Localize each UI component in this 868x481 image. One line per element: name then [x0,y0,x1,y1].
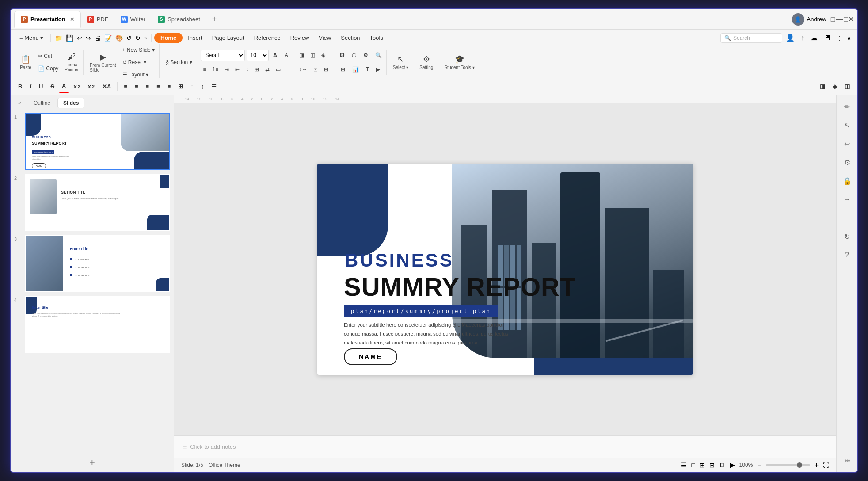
underline-button[interactable]: U [36,80,46,93]
setting-button[interactable]: ⚙ Setting [417,50,436,75]
redo-icon[interactable]: ↪ [84,34,92,42]
undo-icon[interactable]: ↩ [76,34,84,42]
cut-button[interactable]: ✂ Cut [35,50,61,62]
slide-thumb-img-4[interactable]: Enter title Enter your subtitle here con… [25,296,170,353]
menu-toggle[interactable]: ≡ Menu ▾ [15,33,48,43]
paste-button[interactable]: 📋 Paste [17,50,34,75]
spell-icon[interactable]: 📝 [103,34,113,42]
account-icon[interactable]: 👤 [783,34,797,42]
more-dots[interactable]: ••• [845,457,849,465]
tools-menu-item[interactable]: Tools [365,33,388,43]
slide-thumb-2[interactable]: 2 SETION TITL Enter your subtitle here c… [14,174,170,231]
align-button[interactable]: ⊟ [321,64,331,75]
font-color-button[interactable]: A [59,80,69,93]
view-present-button[interactable]: 🖥 [719,462,725,469]
slides-tab[interactable]: Slides [57,98,84,108]
tab-presentation[interactable]: P Presentation ✕ [14,11,81,28]
more-menu-icon[interactable]: ⋮ [834,34,844,42]
format-painter-button[interactable]: 🖌 FormatPainter [62,50,81,75]
copy-button[interactable]: 📄 Copy [35,63,61,74]
arrow-button[interactable]: → [839,191,855,207]
help-button[interactable]: ? [839,247,855,263]
reference-menu-item[interactable]: Reference [250,33,285,43]
bold-button[interactable]: B [15,80,25,93]
zoom-button[interactable]: 🔍 [373,50,385,61]
text-col-button[interactable]: ⊞ [175,80,186,93]
reset-button[interactable]: ↺ Reset ▾ [120,57,158,68]
notes-area[interactable]: ≡ Click to add notes [174,435,836,458]
multi-shape-button[interactable]: ◈ [830,80,840,93]
subscript-button[interactable]: x2 [85,80,98,93]
redo2-icon[interactable]: ↻ [134,34,142,42]
shape-fill-button[interactable]: ◨ [297,50,307,61]
chart-button[interactable]: 📊 [350,64,362,75]
media-button[interactable]: ▶ [373,64,383,75]
shape-effects-button[interactable]: ◈ [319,50,328,61]
slide-thumb-img-1[interactable]: BUSINESS SUMMRY REPORT plan/report/summr… [25,113,170,170]
save-icon[interactable]: 💾 [65,34,75,42]
cloud-icon[interactable]: ☁ [808,34,820,42]
columns-button[interactable]: ⊞ [252,64,262,75]
note-button[interactable]: □ [839,210,855,226]
select-tool-button[interactable]: ↖ [839,117,855,133]
slide-thumb-4[interactable]: 4 Enter title Enter your subtitle here c… [14,296,170,353]
slide-thumb-3[interactable]: 3 Enter title 01. Enter title 02. Enter … [14,235,170,292]
numbered-list-button[interactable]: 1≡ [210,64,221,75]
zoom-slider[interactable] [766,464,810,466]
section-menu-item[interactable]: Section [336,33,364,43]
line-height-button[interactable]: ↕ [187,80,197,93]
tab-spreadsheet[interactable]: S Spreadsheet [152,11,206,28]
align-center-button[interactable]: ≡ [132,80,141,93]
outline-tab[interactable]: Outline [28,98,56,108]
zoom-in-button[interactable]: + [815,461,819,469]
tab-writer[interactable]: W Writer [114,11,152,28]
add-slide-button[interactable]: + [11,453,174,472]
arrange-button[interactable]: ↕↔ [297,64,310,75]
textbox-button[interactable]: T [363,64,372,75]
new-slide-button[interactable]: + New Slide ▾ [120,44,158,56]
bullet-list-button[interactable]: ≡ [201,64,209,75]
collapse-panel-button[interactable]: « [14,98,25,108]
window-sidebar-button[interactable]: □ [831,15,835,23]
share-icon[interactable]: ↑ [798,34,807,42]
shape-insert-button[interactable]: ⬡ [349,50,359,61]
line-spacing-button[interactable]: ↕ [243,64,251,75]
table-insert-button[interactable]: ⊞ [338,64,348,75]
monitor-icon[interactable]: 🖥 [821,34,834,42]
slide-name-button[interactable]: NAME [344,348,397,365]
view-normal-button[interactable]: □ [691,462,695,469]
collapse-ribbon-icon[interactable]: ∧ [845,34,853,42]
shape-fill2-button[interactable]: ◨ [817,80,828,93]
indent-button[interactable]: ⇥ [222,64,232,75]
para-spacing-button[interactable]: ↨ [198,80,207,93]
fullscreen-button[interactable]: ⛶ [823,462,829,469]
from-current-slide-button[interactable]: ▶ From CurrentSlide [87,50,118,75]
text-direction-button[interactable]: ⇄ [263,64,272,75]
font-family-select[interactable]: Seoul Arial [201,50,245,61]
strikethrough-button[interactable]: S [47,80,57,93]
font-size-select[interactable]: 10 12 14 [247,50,269,61]
pencil-tool-button[interactable]: ✏ [839,99,855,115]
add-tab-button[interactable]: + [208,13,221,26]
slide-thumb-1[interactable]: 1 BUSINESS SUMMRY REPORT plan/report/sum… [14,113,170,170]
italic-button[interactable]: I [27,80,34,93]
outdent-button[interactable]: ⇤ [232,64,242,75]
section-button[interactable]: § Section ▾ [163,57,194,68]
zoom-out-button[interactable]: − [757,461,761,469]
window-minimize-button[interactable]: — [835,15,844,24]
lock-button[interactable]: 🔒 [839,173,855,189]
view-menu-item[interactable]: View [314,33,335,43]
slide-canvas[interactable]: BUSINESS SUMMRY REPORT plan/report/summr… [317,164,693,375]
window-maximize-button[interactable]: □ [844,15,848,23]
new-file-icon[interactable]: 📁 [53,34,64,42]
window-close-button[interactable]: ✕ [848,15,854,23]
search-box[interactable]: 🔍 Search [720,33,782,43]
distributed-button[interactable]: ≡ [164,80,174,93]
view-grid-button[interactable]: ⊞ [700,462,705,469]
insert-menu-item[interactable]: Insert [183,33,207,43]
student-tools-button[interactable]: 🎓 Student Tools ▾ [442,50,477,75]
shape-outline2-button[interactable]: ◫ [841,80,853,93]
print-icon[interactable]: 🖨 [93,34,102,42]
undo2-icon[interactable]: ↺ [125,34,133,42]
filter-button[interactable]: ⚙ [839,154,855,170]
